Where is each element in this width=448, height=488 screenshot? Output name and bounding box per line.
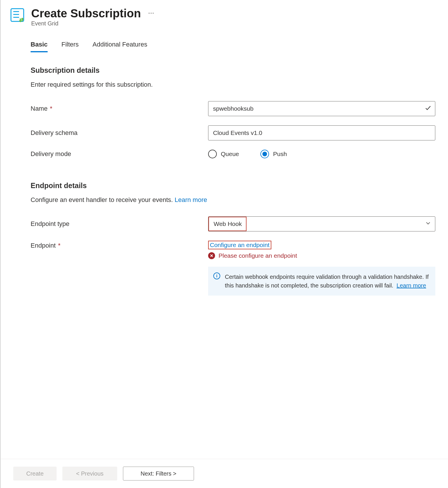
endpoint-info-box: i Certain webhook endpoints require vali…	[208, 267, 435, 296]
delivery-mode-label: Delivery mode	[31, 150, 71, 157]
name-input[interactable]	[208, 101, 435, 116]
more-icon[interactable]: ···	[148, 10, 154, 16]
create-button[interactable]: Create	[13, 467, 57, 480]
name-label: Name	[31, 105, 48, 112]
page-subtitle: Event Grid	[31, 20, 154, 27]
radio-icon	[260, 150, 269, 158]
error-icon	[208, 252, 215, 259]
endpoint-details-heading: Endpoint details	[31, 181, 435, 190]
tab-additional-features[interactable]: Additional Features	[93, 41, 148, 52]
wizard-footer: Create < Previous Next: Filters >	[1, 459, 448, 488]
endpoint-info-learn-more-link[interactable]: Learn more	[397, 282, 426, 289]
delivery-mode-queue-label: Queue	[221, 151, 239, 157]
endpoint-label: Endpoint	[31, 242, 56, 249]
endpoint-details-desc: Configure an event handler to receive yo…	[31, 196, 435, 204]
configure-endpoint-link[interactable]: Configure an endpoint	[208, 241, 271, 249]
endpoint-learn-more-link[interactable]: Learn more	[175, 196, 207, 203]
endpoint-type-value: Web Hook	[214, 220, 242, 227]
tab-filters[interactable]: Filters	[61, 41, 79, 52]
event-grid-icon	[9, 7, 25, 23]
subscription-details-heading: Subscription details	[31, 66, 435, 75]
tabs: Basic Filters Additional Features	[31, 41, 435, 52]
radio-icon	[208, 150, 217, 158]
required-marker: *	[56, 242, 61, 249]
delivery-mode-push-label: Push	[273, 151, 287, 157]
endpoint-error-text: Please configure an endpoint	[219, 252, 297, 259]
required-marker: *	[48, 105, 53, 112]
info-icon: i	[213, 272, 220, 279]
tab-basic[interactable]: Basic	[31, 41, 48, 52]
endpoint-type-select[interactable]: Web Hook	[208, 216, 435, 231]
next-button[interactable]: Next: Filters >	[123, 467, 194, 480]
delivery-mode-queue-radio[interactable]: Queue	[208, 150, 239, 158]
delivery-mode-push-radio[interactable]: Push	[260, 150, 287, 158]
delivery-schema-select[interactable]: Cloud Events v1.0	[208, 125, 435, 140]
subscription-details-desc: Enter required settings for this subscri…	[31, 81, 435, 88]
endpoint-type-label: Endpoint type	[31, 220, 70, 227]
delivery-schema-label: Delivery schema	[31, 129, 78, 136]
page-title: Create Subscription	[31, 7, 141, 20]
previous-button[interactable]: < Previous	[62, 467, 117, 480]
